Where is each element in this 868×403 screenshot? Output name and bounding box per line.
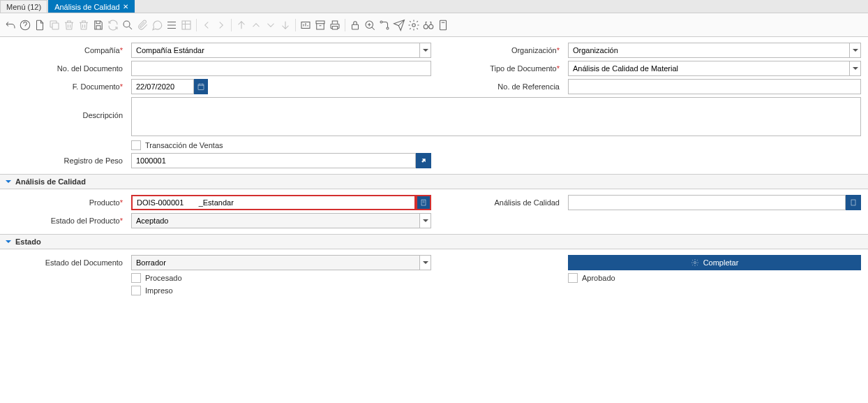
descripcion-input[interactable] <box>131 97 861 136</box>
noref-label: No. de Referencia <box>437 82 562 91</box>
descripcion-label: Descripción <box>7 97 126 119</box>
regpeso-input[interactable] <box>131 153 416 168</box>
estadoprod-input[interactable] <box>131 213 420 228</box>
organizacion-label[interactable]: Organización <box>511 46 557 54</box>
fdoc-input[interactable] <box>131 79 194 94</box>
help-icon[interactable] <box>19 19 31 31</box>
svg-rect-5 <box>316 21 324 24</box>
producto-label[interactable]: Producto <box>89 198 120 207</box>
prev-icon[interactable] <box>200 19 213 31</box>
delete2-icon[interactable] <box>77 19 90 31</box>
print-icon[interactable] <box>329 19 341 31</box>
nodoc-input[interactable] <box>131 61 431 76</box>
grid-icon[interactable] <box>180 19 193 31</box>
nodoc-label: No. del Documento <box>7 64 126 73</box>
svg-rect-14 <box>198 85 204 90</box>
first-icon[interactable] <box>235 19 248 31</box>
impreso-checkbox[interactable] <box>131 286 141 295</box>
tab-analisis-calidad[interactable]: Análisis de Calidad ✕ <box>48 0 135 13</box>
aprobado-label: Aprobado <box>582 274 615 282</box>
acalidad-label: Análisis de Calidad <box>437 198 562 207</box>
chevron-down-icon[interactable] <box>850 43 861 58</box>
regpeso-lookup-button[interactable] <box>416 153 431 168</box>
search-icon[interactable] <box>121 19 134 31</box>
copy-icon[interactable] <box>48 19 61 31</box>
binoculars-icon[interactable] <box>422 19 435 31</box>
fdoc-label: F. Documento <box>73 82 120 91</box>
undo-icon[interactable] <box>4 19 17 31</box>
list-icon[interactable] <box>165 19 178 31</box>
svg-point-10 <box>412 23 416 27</box>
estadodoc-input[interactable] <box>131 255 420 270</box>
last-icon[interactable] <box>279 19 292 31</box>
delete-icon[interactable] <box>63 19 75 31</box>
estadodoc-label: Estado del Documento <box>7 258 126 267</box>
noref-input[interactable] <box>568 79 861 94</box>
acalidad-input[interactable] <box>568 195 846 210</box>
compania-input[interactable] <box>131 43 420 58</box>
zoom-icon[interactable] <box>364 19 376 31</box>
toolbar <box>0 13 868 37</box>
regpeso-label[interactable]: Registro de Peso <box>64 156 123 165</box>
down-icon[interactable] <box>264 19 277 31</box>
compania-field[interactable] <box>131 43 431 58</box>
close-icon[interactable]: ✕ <box>123 3 128 10</box>
svg-rect-16 <box>851 200 855 205</box>
new-icon[interactable] <box>33 19 46 31</box>
section-estado[interactable]: Estado <box>0 234 868 249</box>
save-icon[interactable] <box>92 19 105 31</box>
collapse-icon <box>6 180 11 186</box>
svg-rect-13 <box>440 20 447 30</box>
producto-lookup-button[interactable] <box>416 195 431 210</box>
svg-point-17 <box>694 262 696 264</box>
chevron-down-icon[interactable] <box>850 61 861 76</box>
tipodoc-input[interactable] <box>568 61 850 76</box>
chevron-down-icon[interactable] <box>420 213 431 228</box>
producto-input[interactable] <box>131 195 416 210</box>
calendar-icon[interactable] <box>194 79 208 94</box>
aprobado-checkbox[interactable] <box>568 273 578 283</box>
up-icon[interactable] <box>250 19 262 31</box>
tab-bar: Menú (12) Análisis de Calidad ✕ <box>0 0 868 13</box>
tipodoc-field[interactable] <box>568 61 861 76</box>
send-icon[interactable] <box>393 19 405 31</box>
completar-button[interactable]: Completar <box>568 255 861 270</box>
acalidad-lookup-button[interactable] <box>846 195 861 210</box>
refresh-icon[interactable] <box>107 19 119 31</box>
transventas-checkbox[interactable] <box>131 140 141 150</box>
tipodoc-label[interactable]: Tipo de Documento <box>490 64 557 73</box>
organizacion-input[interactable] <box>568 43 850 58</box>
chat-icon[interactable] <box>151 19 163 31</box>
svg-rect-1 <box>52 23 59 29</box>
estadoprod-label: Estado del Producto <box>51 217 120 225</box>
svg-point-9 <box>387 27 389 29</box>
svg-point-8 <box>380 21 382 23</box>
workflow-icon[interactable] <box>378 19 391 31</box>
next-icon[interactable] <box>215 19 227 31</box>
impreso-label: Impreso <box>145 286 173 295</box>
calculator-icon[interactable] <box>437 19 449 31</box>
svg-point-2 <box>124 21 130 27</box>
report-icon[interactable] <box>299 19 312 31</box>
section-analisis[interactable]: Análisis de Calidad <box>0 174 868 189</box>
procesado-label: Procesado <box>145 274 182 282</box>
tab-menu[interactable]: Menú (12) <box>0 0 47 13</box>
chevron-down-icon[interactable] <box>420 255 431 270</box>
lock-icon[interactable] <box>349 19 361 31</box>
svg-rect-3 <box>182 21 190 29</box>
svg-point-12 <box>429 24 433 29</box>
archive-icon[interactable] <box>314 19 327 31</box>
svg-rect-6 <box>352 24 359 29</box>
chevron-down-icon[interactable] <box>420 43 431 58</box>
gear-icon[interactable] <box>407 19 420 31</box>
collapse-icon <box>6 240 11 246</box>
organizacion-field[interactable] <box>568 43 861 58</box>
procesado-checkbox[interactable] <box>131 273 141 283</box>
svg-point-11 <box>424 24 428 29</box>
transventas-label: Transacción de Ventas <box>145 141 223 149</box>
compania-label[interactable]: Compañía <box>84 46 120 54</box>
attach-icon[interactable] <box>136 19 149 31</box>
